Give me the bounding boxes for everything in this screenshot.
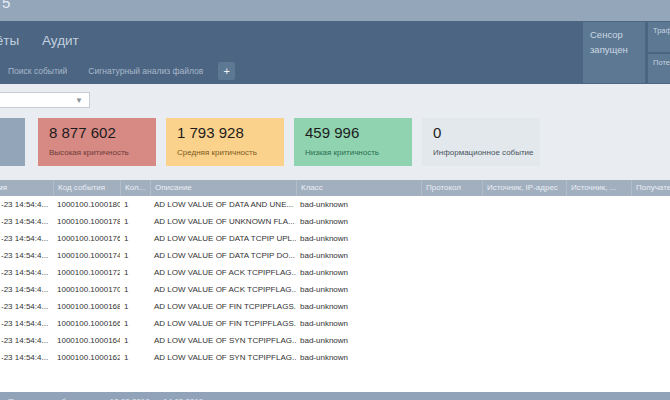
filter-and-summary-area: ▼ 8 877 602 Высокая критичность 1 793 92… bbox=[0, 84, 670, 180]
main-menu: Отчёты Аудит bbox=[0, 28, 95, 52]
add-tab-button[interactable]: + bbox=[218, 62, 235, 80]
table-row[interactable]: -23 14:54:4... 1000100.1000180 1 AD LOW … bbox=[0, 196, 670, 213]
table-row[interactable]: -23 14:54:4... 1000100.1000172 1 AD LOW … bbox=[0, 264, 670, 281]
column-header-protocol[interactable]: Протокол bbox=[421, 180, 482, 196]
column-header-event-code[interactable]: Код события bbox=[53, 180, 120, 196]
losses-panel-label: Потери bbox=[653, 58, 670, 67]
column-header-time[interactable]: Время bbox=[0, 180, 53, 196]
tab-bar: Поиск событий Сигнатурный анализ файлов … bbox=[0, 57, 235, 84]
menu-item-audit[interactable]: Аудит bbox=[42, 33, 79, 48]
summary-card-low-severity[interactable]: 459 996 Низкая критичность bbox=[294, 118, 412, 166]
window-titlebar: 5 bbox=[0, 0, 670, 21]
summary-card-partial[interactable] bbox=[0, 118, 25, 166]
column-header-count[interactable]: Кол... bbox=[120, 180, 150, 196]
events-table: Время Код события Кол... Описание Класс … bbox=[0, 180, 670, 379]
tab-signature-file-analysis[interactable]: Сигнатурный анализ файлов bbox=[80, 66, 211, 76]
table-row[interactable]: -23 14:54:4... 1000100.1000174 1 AD LOW … bbox=[0, 247, 670, 264]
window-title-partial: 5 bbox=[2, 0, 10, 11]
table-row[interactable]: -23 14:54:4... 1000100.1000164 1 AD LOW … bbox=[0, 332, 670, 349]
table-row[interactable]: -23 14:54:4... 1000100.1000166 1 AD LOW … bbox=[0, 315, 670, 332]
menu-item-reports[interactable]: Отчёты bbox=[0, 33, 19, 48]
table-row[interactable]: -23 14:54:4... 1000100.1000178 1 AD LOW … bbox=[0, 213, 670, 230]
filter-dropdown[interactable]: ▼ bbox=[0, 92, 90, 108]
app-window: 5 Отчёты Аудит Поиск событий Сигнатурный… bbox=[0, 0, 670, 400]
chevron-down-icon: ▼ bbox=[75, 96, 83, 105]
card-label: Средняя критичность bbox=[177, 148, 273, 157]
summary-card-high-severity[interactable]: 8 877 602 Высокая критичность bbox=[38, 118, 156, 166]
card-value: 459 996 bbox=[305, 124, 401, 141]
status-bar: Подписка на обновления с 13.03.2018 до 1… bbox=[0, 392, 670, 400]
sensor-status-text: Сенсор запущен bbox=[590, 29, 628, 55]
losses-panel[interactable]: Потери bbox=[648, 53, 670, 83]
column-header-source-ip[interactable]: Источник, IP-адрес bbox=[482, 180, 566, 196]
table-row[interactable]: -23 14:54:4... 1000100.1000168 1 AD LOW … bbox=[0, 298, 670, 315]
card-label: Низкая критичность bbox=[305, 148, 401, 157]
events-table-body: -23 14:54:4... 1000100.1000180 1 AD LOW … bbox=[0, 196, 670, 379]
menu-item-reports-clipped[interactable]: Отчёты bbox=[0, 31, 26, 49]
app-header: Отчёты Аудит Поиск событий Сигнатурный а… bbox=[0, 21, 670, 84]
card-label: Информационное событие bbox=[433, 148, 529, 157]
card-value: 1 793 928 bbox=[177, 124, 273, 141]
card-label: Высокая критичность bbox=[49, 148, 145, 157]
header-right-panels: Трафик Потери bbox=[648, 22, 670, 83]
column-header-class[interactable]: Класс bbox=[296, 180, 421, 196]
sensor-status-panel[interactable]: Сенсор запущен bbox=[583, 22, 645, 83]
column-header-source-2[interactable]: Источник, ... bbox=[566, 180, 631, 196]
subscription-status-text: Подписка на обновления с 13.03.2018 до 1… bbox=[8, 397, 203, 400]
summary-card-informational[interactable]: 0 Информационное событие bbox=[422, 118, 540, 166]
card-value: 8 877 602 bbox=[49, 124, 145, 141]
table-row[interactable]: -23 14:54:4... 1000100.1000176 1 AD LOW … bbox=[0, 230, 670, 247]
tab-event-search[interactable]: Поиск событий bbox=[0, 66, 75, 76]
traffic-panel-label: Трафик bbox=[653, 26, 670, 35]
summary-cards-row: 8 877 602 Высокая критичность 1 793 928 … bbox=[0, 118, 670, 166]
card-value: 0 bbox=[433, 124, 529, 141]
events-table-header: Время Код события Кол... Описание Класс … bbox=[0, 180, 670, 196]
column-header-receiver[interactable]: Получатель bbox=[631, 180, 670, 196]
summary-card-medium-severity[interactable]: 1 793 928 Средняя критичность bbox=[166, 118, 284, 166]
table-row[interactable]: -23 14:54:4... 1000100.1000162 1 AD LOW … bbox=[0, 349, 670, 366]
table-row[interactable]: -23 14:54:4... 1000100.1000170 1 AD LOW … bbox=[0, 281, 670, 298]
traffic-panel[interactable]: Трафик bbox=[648, 22, 670, 52]
table-bottom-spacer bbox=[0, 379, 670, 392]
column-header-description[interactable]: Описание bbox=[150, 180, 296, 196]
